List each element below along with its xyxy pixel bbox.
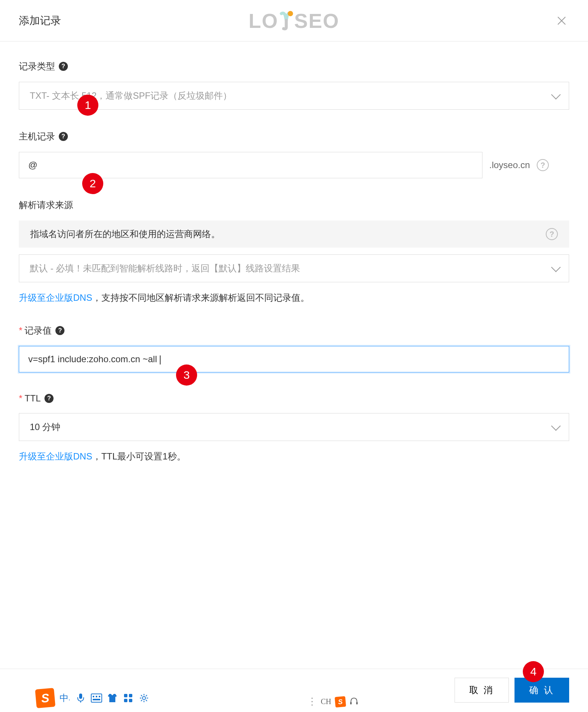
required-mark: * (19, 325, 22, 336)
svg-rect-13 (129, 699, 132, 702)
close-button[interactable] (554, 13, 569, 28)
svg-rect-6 (93, 696, 94, 697)
svg-rect-9 (93, 699, 100, 700)
confirm-button[interactable]: 确 认 (514, 678, 569, 703)
help-outline-icon[interactable]: ? (537, 159, 549, 171)
annotation-badge-3: 3 (176, 364, 197, 386)
help-icon[interactable]: ? (59, 62, 68, 71)
help-icon[interactable]: ? (44, 394, 54, 403)
record-type-label: 记录类型 ? (19, 60, 569, 72)
settings-icon[interactable] (138, 692, 150, 704)
chevron-down-icon (551, 90, 560, 99)
shirt-icon[interactable] (107, 692, 118, 704)
modal-footer: S 中, ⋮ CH S 取 消 确 认 (0, 669, 588, 712)
upgrade-dns-link[interactable]: 升级至企业版DNS (19, 292, 92, 303)
modal-header: 添加记录 LO SEO (0, 0, 588, 41)
chevron-down-icon (551, 421, 560, 430)
ttl-select[interactable]: 10 分钟 (19, 413, 569, 441)
logo-watermark: LO SEO (248, 9, 339, 32)
svg-rect-5 (91, 694, 102, 702)
upgrade-dns-link[interactable]: 升级至企业版DNS (19, 451, 92, 461)
help-icon[interactable]: ? (59, 132, 68, 141)
grid-icon[interactable] (122, 692, 134, 704)
ttl-hint: 升级至企业版DNS，TTL最小可设置1秒。 (19, 450, 569, 462)
sogou-small-icon[interactable]: S (335, 696, 346, 707)
logo-y-icon (278, 11, 294, 31)
annotation-badge-4: 4 (523, 661, 544, 682)
request-source-select[interactable]: 默认 - 必填！未匹配到智能解析线路时，返回【默认】线路设置结果 (19, 254, 569, 282)
record-value-group: * 记录值 ? v=spf1 include:zoho.com.cn ~all (19, 325, 569, 372)
record-type-group: 记录类型 ? TXT- 文本长 512，通常做SPF记录（反垃圾邮件） (19, 60, 569, 110)
request-source-info: 指域名访问者所在的地区和使用的运营商网络。 ? (19, 220, 569, 248)
svg-rect-11 (129, 694, 132, 697)
mic-icon[interactable] (75, 692, 86, 704)
svg-point-0 (288, 11, 293, 16)
ime-toolbar: S 中, (36, 689, 150, 707)
ime-status-bar: ⋮ CH S (307, 696, 358, 707)
cancel-button[interactable]: 取 消 (455, 678, 509, 703)
svg-rect-12 (124, 699, 127, 702)
svg-rect-3 (79, 694, 82, 699)
svg-rect-16 (356, 702, 358, 704)
ime-lang-indicator[interactable]: CH (321, 697, 331, 706)
svg-rect-10 (124, 694, 127, 697)
svg-rect-8 (99, 696, 100, 697)
request-source-group: 解析请求来源 指域名访问者所在的地区和使用的运营商网络。 ? 默认 - 必填！未… (19, 199, 569, 304)
request-source-label: 解析请求来源 (19, 199, 569, 211)
help-outline-icon[interactable]: ? (546, 228, 558, 240)
record-value-input[interactable]: v=spf1 include:zoho.com.cn ~all (19, 346, 569, 372)
ime-mode-icon[interactable]: 中, (59, 692, 70, 704)
host-record-group: 主机记录 ? .loyseo.cn ? (19, 130, 569, 178)
svg-point-14 (142, 697, 145, 700)
svg-rect-15 (350, 702, 352, 704)
host-record-label: 主机记录 ? (19, 130, 569, 142)
ttl-group: * TTL ? 10 分钟 升级至企业版DNS，TTL最小可设置1秒。 (19, 393, 569, 462)
record-value-label: * 记录值 ? (19, 325, 569, 337)
annotation-badge-1: 1 (77, 95, 98, 116)
footer-actions: 取 消 确 认 (455, 678, 569, 703)
chevron-down-icon (551, 262, 560, 272)
keyboard-icon[interactable] (91, 692, 102, 704)
help-icon[interactable]: ? (55, 326, 64, 335)
request-source-hint: 升级至企业版DNS，支持按不同地区解析请求来源解析返回不同记录值。 (19, 292, 569, 304)
record-type-select[interactable]: TXT- 文本长 512，通常做SPF记录（反垃圾邮件） (19, 82, 569, 110)
sogou-logo-icon[interactable]: S (35, 688, 55, 708)
svg-rect-7 (96, 696, 97, 697)
ime-divider-icon: ⋮ (307, 696, 317, 707)
page-title: 添加记录 (19, 14, 61, 28)
required-mark: * (19, 393, 22, 404)
headset-icon[interactable] (349, 697, 358, 707)
annotation-badge-2: 2 (82, 173, 103, 194)
domain-suffix: .loyseo.cn (489, 160, 530, 170)
ttl-label: * TTL ? (19, 393, 569, 404)
